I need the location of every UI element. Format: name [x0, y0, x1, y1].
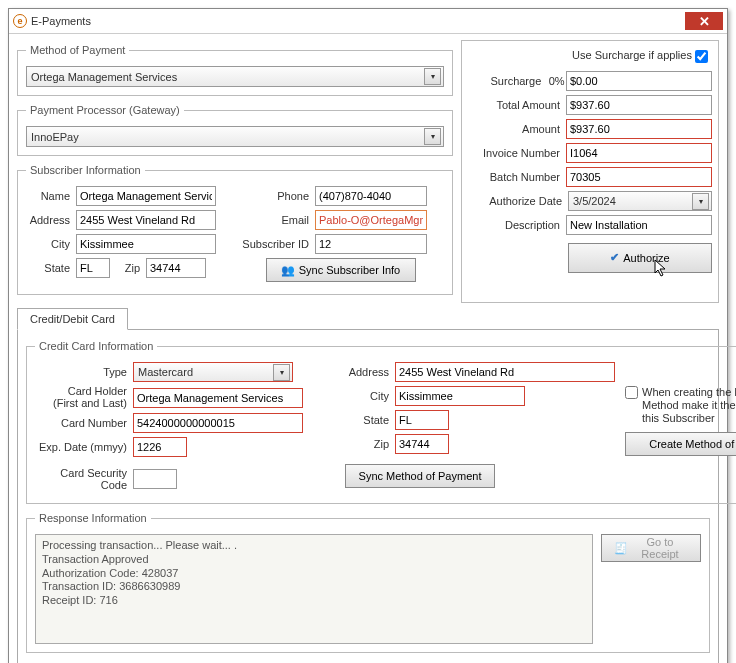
cc-city-label: City — [345, 390, 395, 402]
use-surcharge-checkbox[interactable] — [695, 50, 708, 63]
cc-number-input[interactable] — [133, 413, 303, 433]
app-icon: e — [13, 14, 27, 28]
response-text: Processing transaction... Please wait...… — [35, 534, 593, 644]
amount-label: Amount — [468, 123, 566, 135]
authdate-label: Authorize Date — [468, 195, 568, 207]
method-select[interactable]: Ortega Management Services ▾ — [26, 66, 444, 87]
cc-state-label: State — [345, 414, 395, 426]
city-input[interactable] — [76, 234, 216, 254]
state-input[interactable] — [76, 258, 110, 278]
total-label: Total Amount — [468, 99, 566, 111]
cc-holder-input[interactable] — [133, 388, 303, 408]
response-info-group: Response Information Processing transact… — [26, 512, 710, 653]
default-method-label: When creating the Payment Method make it… — [642, 386, 736, 426]
create-method-button[interactable]: Create Method of Payment — [625, 432, 736, 456]
name-input[interactable] — [76, 186, 216, 206]
zip-input[interactable] — [146, 258, 206, 278]
response-legend: Response Information — [35, 512, 151, 524]
sync-subscriber-button[interactable]: 👥 Sync Subscriber Info — [266, 258, 416, 282]
cc-info-group: Credit Card Information Type Mastercard … — [26, 340, 736, 504]
cc-csc-label: Card Security Code — [35, 467, 133, 491]
default-method-checkbox[interactable] — [625, 386, 638, 399]
cc-number-label: Card Number — [35, 417, 133, 429]
chevron-down-icon[interactable]: ▾ — [424, 68, 441, 85]
authorize-button[interactable]: ✔ Authorize — [568, 243, 712, 273]
invoice-label: Invoice Number — [468, 147, 566, 159]
email-input[interactable] — [315, 210, 427, 230]
check-icon: ✔ — [610, 251, 619, 264]
tab-panel: Credit Card Information Type Mastercard … — [17, 329, 719, 663]
cc-holder-label: Card Holder (First and Last) — [35, 386, 133, 409]
surcharge-amount[interactable] — [566, 71, 712, 91]
phone-label: Phone — [237, 190, 315, 202]
desc-label: Description — [468, 219, 566, 231]
subid-input[interactable] — [315, 234, 427, 254]
cc-zip-input[interactable] — [395, 434, 449, 454]
close-button[interactable]: ✕ — [685, 12, 723, 30]
cc-type-select[interactable]: Mastercard ▾ — [133, 362, 293, 382]
cc-exp-input[interactable] — [133, 437, 187, 457]
tab-credit-card[interactable]: Credit/Debit Card — [17, 308, 128, 330]
zip-label: Zip — [116, 262, 146, 274]
go-to-receipt-button[interactable]: 🧾 Go to Receipt — [601, 534, 701, 562]
subid-label: Subscriber ID — [237, 238, 315, 250]
desc-input[interactable] — [566, 215, 712, 235]
phone-input[interactable] — [315, 186, 427, 206]
cc-type-label: Type — [35, 366, 133, 378]
cc-addr-input[interactable] — [395, 362, 615, 382]
total-input[interactable] — [566, 95, 712, 115]
gateway-select[interactable]: InnoEPay ▾ — [26, 126, 444, 147]
subscriber-legend: Subscriber Information — [26, 164, 145, 176]
amount-input[interactable] — [566, 119, 712, 139]
cc-legend: Credit Card Information — [35, 340, 157, 352]
name-label: Name — [26, 190, 76, 202]
gateway-group: Payment Processor (Gateway) InnoEPay ▾ — [17, 104, 453, 156]
surcharge-pct: 0% — [547, 75, 566, 87]
batch-label: Batch Number — [468, 171, 566, 183]
surcharge-panel: Use Surcharge if applies Surcharge 0% To… — [461, 40, 719, 303]
batch-input[interactable] — [566, 167, 712, 187]
email-label: Email — [237, 214, 315, 226]
state-label: State — [26, 262, 76, 274]
subscriber-info-group: Subscriber Information Name Address City… — [17, 164, 453, 295]
chevron-down-icon[interactable]: ▾ — [692, 193, 709, 210]
cc-state-input[interactable] — [395, 410, 449, 430]
authdate-select[interactable]: 3/5/2024 ▾ — [568, 191, 712, 211]
gateway-legend: Payment Processor (Gateway) — [26, 104, 184, 116]
invoice-input[interactable] — [566, 143, 712, 163]
cc-addr-label: Address — [345, 366, 395, 378]
method-legend: Method of Payment — [26, 44, 129, 56]
method-of-payment-group: Method of Payment Ortega Management Serv… — [17, 44, 453, 96]
surcharge-label: Surcharge — [468, 75, 547, 87]
sync-method-button[interactable]: Sync Method of Payment — [345, 464, 495, 488]
sync-icon: 👥 — [281, 264, 295, 277]
use-surcharge-label: Use Surcharge if applies — [572, 49, 692, 61]
chevron-down-icon[interactable]: ▾ — [273, 364, 290, 381]
address-input[interactable] — [76, 210, 216, 230]
cc-exp-label: Exp. Date (mmyy) — [35, 441, 133, 453]
window-title: E-Payments — [31, 15, 685, 27]
cc-city-input[interactable] — [395, 386, 525, 406]
cc-zip-label: Zip — [345, 438, 395, 450]
receipt-icon: 🧾 — [614, 542, 628, 555]
cc-csc-input[interactable] — [133, 469, 177, 489]
address-label: Address — [26, 214, 76, 226]
chevron-down-icon[interactable]: ▾ — [424, 128, 441, 145]
city-label: City — [26, 238, 76, 250]
